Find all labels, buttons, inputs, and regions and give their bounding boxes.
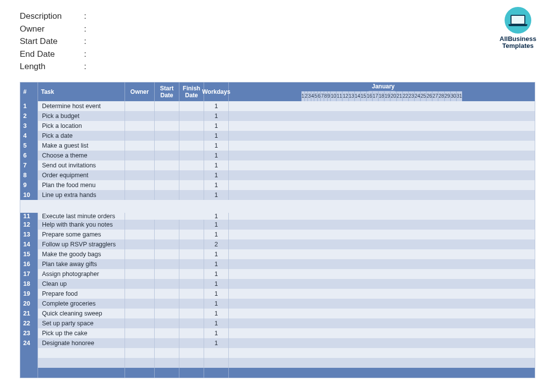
row-owner[interactable] [125,309,155,318]
row-work[interactable]: 2 [204,239,229,249]
row-work[interactable]: 1 [204,269,229,279]
row-task[interactable]: Quick cleaning sweep [38,309,125,318]
row-finish[interactable] [179,151,204,160]
row-owner[interactable] [125,338,155,348]
empty-cell[interactable] [179,358,204,368]
empty-cell[interactable] [125,348,155,358]
row-task[interactable]: Set up party space [38,318,125,328]
row-owner[interactable] [125,190,155,200]
row-start[interactable] [155,239,179,249]
row-finish[interactable] [179,259,204,269]
row-start[interactable] [155,289,179,299]
row-start[interactable] [155,131,179,141]
row-start[interactable] [155,170,179,180]
row-work[interactable]: 1 [204,309,229,318]
row-finish[interactable] [179,220,204,230]
row-start[interactable] [155,249,179,259]
row-finish[interactable] [179,111,204,121]
row-work[interactable]: 1 [204,101,229,111]
row-finish[interactable] [179,101,204,111]
row-owner[interactable] [125,160,155,170]
row-start[interactable] [155,299,179,309]
row-task[interactable]: Make the goody bags [38,249,125,259]
row-owner[interactable] [125,131,155,141]
row-owner[interactable] [125,289,155,299]
row-owner[interactable] [125,259,155,269]
row-task[interactable]: Follow up RSVP stragglers [38,239,125,249]
row-start[interactable] [155,220,179,230]
row-task[interactable]: Execute last minute orders [38,213,125,220]
row-finish[interactable] [179,289,204,299]
empty-cell[interactable] [179,348,204,358]
row-finish[interactable] [179,230,204,239]
row-work[interactable]: 1 [204,220,229,230]
row-task[interactable]: Order equipment [38,170,125,180]
row-owner[interactable] [125,249,155,259]
row-start[interactable] [155,151,179,160]
row-owner[interactable] [125,328,155,338]
row-owner[interactable] [125,269,155,279]
row-work[interactable]: 1 [204,279,229,289]
row-task[interactable]: Designate honoree [38,338,125,348]
row-work[interactable]: 1 [204,318,229,328]
row-work[interactable]: 1 [204,151,229,160]
row-owner[interactable] [125,151,155,160]
row-work[interactable]: 1 [204,230,229,239]
row-finish[interactable] [179,180,204,190]
row-task[interactable]: Send out invitations [38,160,125,170]
row-owner[interactable] [125,220,155,230]
row-task[interactable]: Make a guest list [38,141,125,151]
row-finish[interactable] [179,160,204,170]
row-work[interactable]: 1 [204,160,229,170]
row-start[interactable] [155,160,179,170]
row-task[interactable]: Pick a location [38,121,125,131]
row-work[interactable]: 1 [204,259,229,269]
row-owner[interactable] [125,299,155,309]
row-start[interactable] [155,269,179,279]
row-work[interactable]: 1 [204,170,229,180]
row-start[interactable] [155,259,179,269]
row-owner[interactable] [125,180,155,190]
row-start[interactable] [155,121,179,131]
row-finish[interactable] [179,279,204,289]
row-start[interactable] [155,309,179,318]
row-task[interactable]: Plan the food menu [38,180,125,190]
row-task[interactable]: Choose a theme [38,151,125,160]
row-task[interactable]: Clean up [38,279,125,289]
row-owner[interactable] [125,279,155,289]
row-finish[interactable] [179,249,204,259]
row-task[interactable]: Determine host event [38,101,125,111]
row-start[interactable] [155,111,179,121]
row-owner[interactable] [125,101,155,111]
empty-cell[interactable] [204,358,229,368]
row-work[interactable]: 1 [204,121,229,131]
row-start[interactable] [155,180,179,190]
row-task[interactable]: Help with thank you notes [38,220,125,230]
empty-cell[interactable] [204,348,229,358]
row-task[interactable]: Line up extra hands [38,190,125,200]
row-work[interactable]: 1 [204,299,229,309]
row-task[interactable]: Prepare some games [38,230,125,239]
row-finish[interactable] [179,141,204,151]
row-owner[interactable] [125,170,155,180]
empty-cell[interactable] [155,358,179,368]
row-work[interactable]: 1 [204,213,229,220]
row-work[interactable]: 1 [204,338,229,348]
row-work[interactable]: 1 [204,111,229,121]
row-task[interactable]: Pick up the cake [38,328,125,338]
row-start[interactable] [155,279,179,289]
row-work[interactable]: 1 [204,180,229,190]
empty-cell[interactable] [125,358,155,368]
row-finish[interactable] [179,170,204,180]
row-owner[interactable] [125,141,155,151]
row-task[interactable]: Plan take away gifts [38,259,125,269]
row-owner[interactable] [125,318,155,328]
row-start[interactable] [155,338,179,348]
row-work[interactable]: 1 [204,328,229,338]
row-start[interactable] [155,328,179,338]
row-task[interactable]: Assign photographer [38,269,125,279]
row-work[interactable]: 1 [204,141,229,151]
empty-cell[interactable] [38,348,125,358]
row-work[interactable]: 1 [204,289,229,299]
row-owner[interactable] [125,111,155,121]
